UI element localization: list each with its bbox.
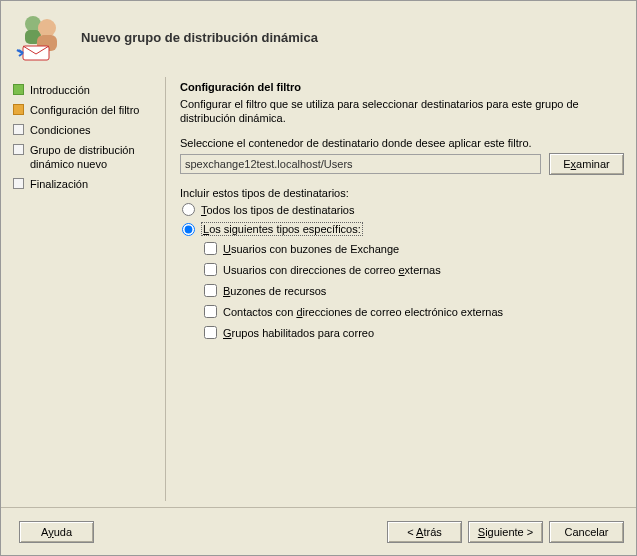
step-sidebar: Introducción Configuración del filtro Co… [13, 77, 165, 501]
step-status-icon [13, 124, 24, 135]
radio-all-recipients[interactable] [182, 203, 195, 216]
check-resource-mailboxes[interactable] [204, 284, 217, 297]
check-mail-enabled-groups[interactable] [204, 326, 217, 339]
radio-specific-types[interactable] [182, 223, 195, 236]
radio-specific-types-row: Los siguientes tipos específicos: [180, 222, 624, 236]
radio-all-recipients-row: Todos los tipos de destinatarios [180, 203, 624, 216]
check-external-label[interactable]: Usuarios con direcciones de correo exter… [223, 264, 441, 276]
check-exchange-mailboxes[interactable] [204, 242, 217, 255]
check-row-resources: Buzones de recursos [202, 284, 624, 297]
check-contacts-label[interactable]: Contactos con direcciones de correo elec… [223, 306, 503, 318]
section-description: Configurar el filtro que se utiliza para… [180, 97, 624, 125]
step-label: Grupo de distribución dinámico nuevo [30, 143, 165, 171]
check-exchange-label[interactable]: Usuarios con buzones de Exchange [223, 243, 399, 255]
step-conditions: Condiciones [13, 123, 165, 137]
svg-point-2 [38, 19, 56, 37]
container-label: Seleccione el contenedor de destinatario… [180, 137, 624, 149]
step-completion: Finalización [13, 177, 165, 191]
browse-button[interactable]: Examinar [549, 153, 624, 175]
step-status-icon [13, 84, 24, 95]
step-status-icon [13, 178, 24, 189]
radio-all-label[interactable]: Todos los tipos de destinatarios [201, 204, 354, 216]
step-label: Finalización [30, 177, 88, 191]
step-introduction: Introducción [13, 83, 165, 97]
wizard-title: Nuevo grupo de distribución dinámica [81, 30, 318, 45]
check-external-addresses[interactable] [204, 263, 217, 276]
check-row-contacts: Contactos con direcciones de correo elec… [202, 305, 624, 318]
check-resource-label[interactable]: Buzones de recursos [223, 285, 326, 297]
content-panel: Configuración del filtro Configurar el f… [165, 77, 624, 501]
step-filter-config: Configuración del filtro [13, 103, 165, 117]
step-label: Condiciones [30, 123, 91, 137]
next-button[interactable]: Siguiente > [468, 521, 543, 543]
header: Nuevo grupo de distribución dinámica [1, 1, 636, 73]
footer: Ayuda < Atrás Siguiente > Cancelar [1, 507, 636, 555]
radio-specific-label[interactable]: Los siguientes tipos específicos: [201, 222, 363, 236]
container-input[interactable] [180, 154, 541, 174]
check-row-exchange: Usuarios con buzones de Exchange [202, 242, 624, 255]
step-new-group: Grupo de distribución dinámico nuevo [13, 143, 165, 171]
step-status-icon [13, 104, 24, 115]
wizard-dialog: Nuevo grupo de distribución dinámica Int… [0, 0, 637, 556]
section-title: Configuración del filtro [180, 81, 624, 93]
step-label: Configuración del filtro [30, 103, 139, 117]
check-groups-label[interactable]: Grupos habilitados para correo [223, 327, 374, 339]
back-button[interactable]: < Atrás [387, 521, 462, 543]
step-status-icon [13, 144, 24, 155]
help-button[interactable]: Ayuda [19, 521, 94, 543]
include-label: Incluir estos tipos de destinatarios: [180, 187, 624, 199]
check-external-contacts[interactable] [204, 305, 217, 318]
cancel-button[interactable]: Cancelar [549, 521, 624, 543]
distribution-group-icon [13, 10, 67, 64]
check-row-groups: Grupos habilitados para correo [202, 326, 624, 339]
check-row-external: Usuarios con direcciones de correo exter… [202, 263, 624, 276]
step-label: Introducción [30, 83, 90, 97]
